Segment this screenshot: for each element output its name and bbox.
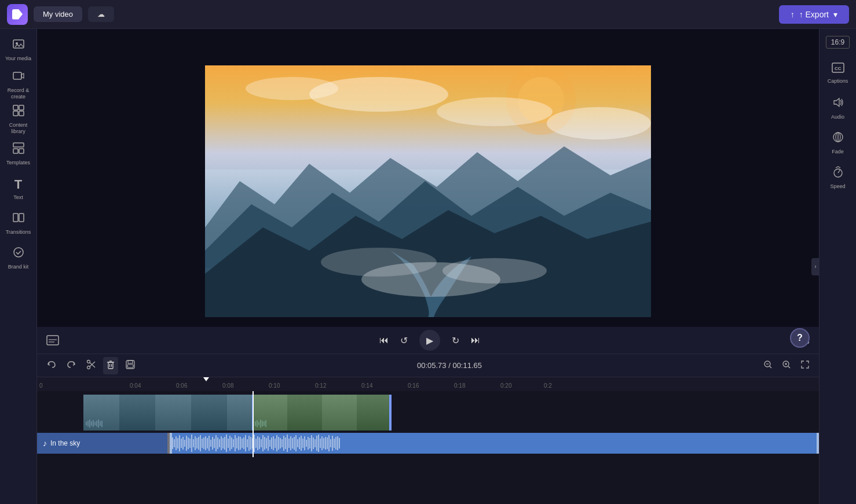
right-panel-collapse-button[interactable]: › <box>811 258 820 275</box>
cut-button[interactable] <box>83 357 98 374</box>
waveform-bars <box>172 433 817 454</box>
cloud-icon: ☁ <box>97 10 105 19</box>
preview-area: ⏮ ↺ ▶ ↻ ⏭ ⛶ <box>37 29 819 354</box>
app-logo-icon <box>12 9 23 20</box>
svg-point-19 <box>547 107 651 139</box>
svg-line-30 <box>90 362 95 367</box>
zoom-out-button[interactable] <box>761 358 775 374</box>
svg-line-40 <box>770 366 771 368</box>
current-time: 00:05.73 / 00:11.65 <box>417 361 482 370</box>
right-panel-audio[interactable]: Audio <box>822 91 854 124</box>
zoom-controls <box>761 358 812 374</box>
tab-title: My video <box>43 10 73 19</box>
center-area: ⏮ ↺ ▶ ↻ ⏭ ⛶ <box>37 29 819 504</box>
video-segment-before[interactable] <box>83 395 253 431</box>
time-display: 00:05.73 / 00:11.65 <box>142 361 756 370</box>
aspect-ratio-selector[interactable]: 16:9 <box>826 36 850 49</box>
svg-point-17 <box>437 97 553 126</box>
redo-button[interactable] <box>64 357 79 374</box>
captions-label: Captions <box>828 78 848 84</box>
svg-point-18 <box>246 77 338 100</box>
sidebar-item-content-library[interactable]: Content library <box>2 103 35 135</box>
svg-rect-3 <box>13 105 18 110</box>
undo-button[interactable] <box>44 357 59 374</box>
save-to-media-button[interactable] <box>123 357 138 374</box>
svg-rect-6 <box>19 111 24 116</box>
mountain-scene-svg <box>205 65 651 317</box>
fade-icon <box>832 131 844 146</box>
sidebar-label-record-create: Record & create <box>2 87 35 100</box>
right-panel-speed[interactable]: Speed <box>822 161 854 193</box>
sidebar-label-brand-kit: Brand kit <box>8 264 29 270</box>
sidebar-label-transitions: Transitions <box>6 229 31 236</box>
fade-label: Fade <box>832 149 844 154</box>
delete-button[interactable] <box>103 357 118 374</box>
skip-end-button[interactable]: ⏭ <box>471 335 480 345</box>
sidebar-item-your-media[interactable]: Your media <box>2 34 35 66</box>
timeline-scroll-area[interactable]: 0 0:04 0:06 0:08 0:10 0:12 0:14 0:16 0:1… <box>37 377 819 504</box>
captions-icon: CC <box>832 62 844 76</box>
sidebar-item-templates[interactable]: Templates <box>2 138 35 170</box>
video-preview <box>205 65 651 317</box>
play-pause-button[interactable]: ▶ <box>419 330 440 351</box>
export-button[interactable]: ↑ ↑ Export ▾ <box>779 5 849 24</box>
svg-point-28 <box>87 360 90 363</box>
speed-icon <box>832 165 844 181</box>
controls-center: ⏮ ↺ ▶ ↻ ⏭ <box>379 330 480 351</box>
sidebar-item-record-create[interactable]: Record & create <box>2 68 35 101</box>
right-panel-fade[interactable]: Fade <box>822 126 854 159</box>
record-create-icon <box>12 69 25 85</box>
svg-point-12 <box>14 248 23 257</box>
main-area: Your media Record & create Content lib <box>0 29 856 504</box>
right-panel: 16:9 CC Captions Audio <box>819 29 856 504</box>
sidebar-item-transitions[interactable]: Transitions <box>2 207 35 240</box>
fit-timeline-button[interactable] <box>798 358 812 374</box>
audio-track-label-area: ♪ In the sky <box>37 433 167 454</box>
svg-point-1 <box>16 42 18 45</box>
svg-point-23 <box>442 258 547 284</box>
sidebar-item-brand-kit[interactable]: Brand kit <box>2 242 35 274</box>
svg-rect-5 <box>13 111 18 116</box>
controls-left <box>46 335 59 345</box>
subtitles-button[interactable] <box>46 335 59 345</box>
content-library-icon <box>12 104 25 120</box>
svg-rect-7 <box>13 143 24 147</box>
video-segment-after[interactable] <box>253 395 392 431</box>
your-media-icon <box>12 38 25 53</box>
svg-line-44 <box>788 366 790 368</box>
tab-my-video[interactable]: My video <box>34 6 82 22</box>
svg-text:CC: CC <box>835 66 842 71</box>
svg-line-29 <box>90 362 95 367</box>
forward-button[interactable]: ↻ <box>452 335 459 346</box>
svg-rect-11 <box>19 214 24 222</box>
help-button[interactable]: ? <box>790 328 810 348</box>
right-panel-captions[interactable]: CC Captions <box>822 57 854 89</box>
sidebar-label-text: Text <box>13 194 23 201</box>
app-logo <box>7 4 28 25</box>
audio-left-handle[interactable] <box>170 433 172 454</box>
brand-kit-icon <box>12 246 25 262</box>
svg-rect-24 <box>47 336 58 345</box>
timeline-tracks: ♪ In the sky <box>37 391 819 457</box>
sidebar-label-your-media: Your media <box>5 56 31 62</box>
ruler-mark-0: 0 <box>39 382 43 389</box>
svg-point-27 <box>87 366 90 369</box>
rewind-button[interactable]: ↺ <box>400 335 408 346</box>
timeline-ruler: 0 0:04 0:06 0:08 0:10 0:12 0:14 0:16 0:1… <box>37 377 819 391</box>
speed-label: Speed <box>830 183 845 189</box>
playhead-line <box>253 391 254 457</box>
export-label: ↑ Export <box>799 10 829 19</box>
skip-start-button[interactable]: ⏮ <box>379 335 389 345</box>
music-note-icon: ♪ <box>43 439 47 448</box>
sidebar-item-text[interactable]: T Text <box>2 172 35 205</box>
zoom-in-button[interactable] <box>780 358 793 374</box>
svg-rect-36 <box>128 360 133 363</box>
timeline-toolbar: 00:05.73 / 00:11.65 <box>37 354 819 377</box>
video-track[interactable] <box>37 395 819 431</box>
sidebar-label-content-library: Content library <box>2 122 35 135</box>
audio-waveform[interactable] <box>170 433 819 454</box>
audio-track[interactable]: ♪ In the sky <box>37 433 819 454</box>
svg-point-22 <box>321 248 437 277</box>
playhead-marker-ruler <box>203 377 209 381</box>
cloud-save-button[interactable]: ☁ <box>88 6 114 22</box>
